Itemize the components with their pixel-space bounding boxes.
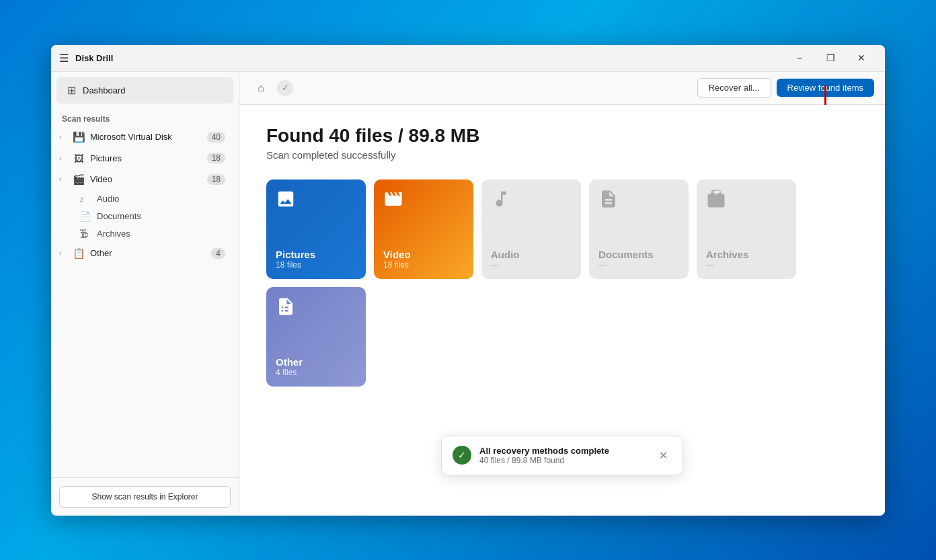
file-type-cards: Pictures 18 files Video 18 files: [266, 179, 858, 387]
other-count: 4: [211, 248, 225, 259]
sidebar-item-dashboard[interactable]: ⊞ Dashboard: [56, 77, 233, 104]
file-card-video[interactable]: Video 18 files: [374, 179, 473, 279]
audio-card-icon: [491, 189, 511, 214]
pictures-card-count: 18 files: [276, 260, 301, 270]
archives-card-name: Archives: [706, 249, 748, 260]
sidebar-item-pictures[interactable]: › 🖼 Pictures 18: [54, 149, 236, 168]
app-title: Disk Drill: [75, 53, 113, 63]
titlebar: ☰ Disk Drill − ❒ ✕: [51, 45, 885, 72]
sidebar-item-other[interactable]: › 📋 Other 4: [54, 243, 236, 264]
chevron-icon: ›: [59, 133, 70, 141]
review-found-items-button[interactable]: Review found items: [777, 79, 874, 97]
sidebar-item-microsoft-virtual-disk[interactable]: › 💾 Microsoft Virtual Disk 40: [54, 127, 236, 147]
file-card-archives[interactable]: Archives —: [697, 179, 796, 279]
archives-label: Archives: [97, 229, 130, 239]
video-card-count: 18 files: [383, 260, 409, 270]
dashboard-label: Dashboard: [83, 85, 126, 95]
main-layout: ⊞ Dashboard Scan results › 💾 Microsoft V…: [51, 72, 885, 516]
other-label: Other: [90, 248, 211, 258]
documents-card-icon: [598, 189, 619, 214]
file-card-audio[interactable]: Audio —: [481, 179, 581, 279]
file-card-other[interactable]: Other 4 files: [266, 287, 366, 387]
pictures-icon: 🖼: [73, 153, 85, 164]
status-check-icon: ✓: [277, 80, 293, 96]
content-area: ⌂ ✓ Recover all... Review found items Fo…: [239, 72, 885, 516]
other-card-name: Other: [276, 356, 303, 368]
file-card-documents[interactable]: Documents —: [589, 179, 689, 279]
home-icon: ⌂: [258, 82, 264, 94]
scan-status-text: Scan completed successfully: [266, 149, 858, 161]
file-card-pictures[interactable]: Pictures 18 files: [266, 179, 366, 279]
documents-card-name: Documents: [598, 249, 654, 260]
toast-close-button[interactable]: ✕: [655, 448, 672, 463]
video-label: Video: [90, 174, 207, 184]
drive-icon: 💾: [73, 131, 85, 143]
audio-card-name: Audio: [491, 249, 520, 260]
chevron-icon: ›: [59, 249, 70, 257]
document-icon: 📄: [79, 211, 91, 222]
review-button-container: Review found items: [777, 79, 874, 97]
scan-results-section: Scan results: [51, 109, 239, 126]
close-button[interactable]: ✕: [846, 47, 877, 69]
chevron-icon: ›: [59, 175, 70, 183]
sidebar-item-audio[interactable]: ♪ Audio: [51, 190, 239, 208]
pictures-count: 18: [207, 153, 225, 163]
video-card-name: Video: [383, 249, 411, 260]
other-card-icon: [276, 296, 296, 321]
toast-check-icon: ✓: [453, 446, 471, 465]
video-card-icon: [383, 189, 403, 214]
app-window: ☰ Disk Drill − ❒ ✕ ⊞ Dashboard Scan resu…: [51, 45, 885, 516]
toast-text-area: All recovery methods complete 40 files /…: [479, 446, 647, 465]
sidebar-item-archives[interactable]: 🗜 Archives: [51, 225, 239, 243]
maximize-button[interactable]: ❒: [815, 47, 846, 69]
menu-icon[interactable]: ☰: [59, 52, 69, 65]
toast-title: All recovery methods complete: [479, 446, 647, 456]
sidebar: ⊞ Dashboard Scan results › 💾 Microsoft V…: [51, 72, 239, 516]
drive-label: Microsoft Virtual Disk: [90, 132, 207, 142]
content-toolbar: ⌂ ✓ Recover all... Review found items: [239, 72, 885, 105]
audio-label: Audio: [97, 194, 119, 204]
content-body: Found 40 files / 89.8 MB Scan completed …: [239, 105, 885, 516]
pictures-card-icon: [276, 189, 296, 214]
archives-card-icon: [706, 189, 726, 214]
show-scan-results-button[interactable]: Show scan results in Explorer: [59, 486, 231, 508]
minimize-button[interactable]: −: [784, 47, 815, 69]
other-card-count: 4 files: [276, 368, 297, 377]
documents-card-count: —: [598, 260, 607, 270]
found-files-title: Found 40 files / 89.8 MB: [266, 125, 858, 147]
sidebar-item-video[interactable]: › 🎬 Video 18: [54, 169, 236, 190]
dashboard-grid-icon: ⊞: [67, 84, 76, 97]
window-controls: − ❒ ✕: [784, 47, 877, 69]
other-icon: 📋: [73, 247, 85, 259]
video-count: 18: [207, 174, 225, 185]
drive-count: 40: [207, 132, 225, 143]
sidebar-item-documents[interactable]: 📄 Documents: [51, 208, 239, 225]
pictures-card-name: Pictures: [276, 249, 315, 260]
archives-card-count: —: [706, 260, 714, 270]
pictures-label: Pictures: [90, 153, 207, 163]
audio-card-count: —: [491, 260, 499, 270]
documents-label: Documents: [97, 211, 141, 221]
sidebar-footer: Show scan results in Explorer: [51, 477, 239, 516]
recover-all-button[interactable]: Recover all...: [697, 78, 771, 97]
recovery-toast: ✓ All recovery methods complete 40 files…: [441, 436, 683, 475]
archive-icon: 🗜: [79, 229, 91, 239]
chevron-icon: ›: [59, 155, 70, 162]
toast-subtitle: 40 files / 89.8 MB found: [479, 456, 647, 465]
audio-icon: ♪: [79, 194, 91, 204]
video-icon: 🎬: [73, 173, 85, 186]
home-button[interactable]: ⌂: [250, 77, 272, 99]
